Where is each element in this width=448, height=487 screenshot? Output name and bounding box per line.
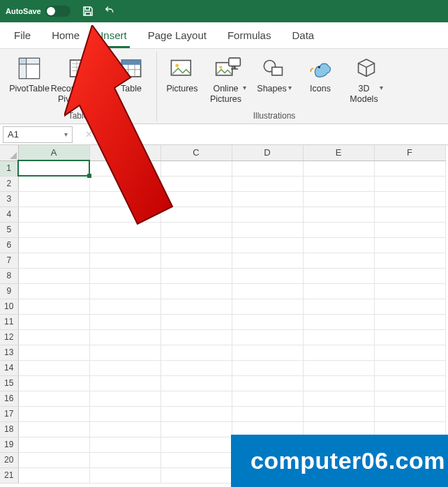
cell[interactable] xyxy=(374,345,445,360)
cell[interactable] xyxy=(160,375,232,391)
row-header[interactable]: 8 xyxy=(0,268,18,283)
cell[interactable] xyxy=(303,283,374,299)
column-header[interactable]: A xyxy=(18,145,89,160)
cell[interactable] xyxy=(232,207,303,222)
cell[interactable] xyxy=(374,391,445,406)
cell[interactable] xyxy=(18,345,89,360)
cell[interactable] xyxy=(232,345,303,360)
cell[interactable] xyxy=(18,253,89,268)
cell[interactable] xyxy=(18,421,89,437)
cell[interactable] xyxy=(374,329,445,345)
cell[interactable] xyxy=(160,329,232,345)
fx-icon[interactable]: fx xyxy=(116,129,124,140)
cell[interactable] xyxy=(232,299,303,314)
cell[interactable] xyxy=(374,375,445,391)
cell[interactable] xyxy=(160,421,232,437)
row-header[interactable]: 20 xyxy=(0,452,18,467)
cell[interactable] xyxy=(18,467,89,483)
cell[interactable] xyxy=(303,299,374,314)
undo-icon[interactable] xyxy=(104,5,115,17)
save-icon[interactable] xyxy=(80,3,96,19)
row-header[interactable]: 12 xyxy=(0,329,18,345)
cancel-icon[interactable]: ✕ xyxy=(85,129,93,140)
cell[interactable] xyxy=(89,222,160,237)
cell[interactable] xyxy=(18,237,89,253)
cell[interactable] xyxy=(232,253,303,268)
cell[interactable] xyxy=(160,452,232,467)
tab-file[interactable]: File xyxy=(11,24,33,48)
cell[interactable] xyxy=(89,452,160,467)
cell[interactable] xyxy=(89,391,160,406)
cell[interactable] xyxy=(89,160,160,176)
cell[interactable] xyxy=(232,406,303,421)
cell[interactable] xyxy=(18,314,89,329)
cell[interactable] xyxy=(303,222,374,237)
cell[interactable] xyxy=(232,329,303,345)
cell[interactable] xyxy=(18,360,89,375)
row-header[interactable]: 11 xyxy=(0,314,18,329)
tab-home[interactable]: Home xyxy=(49,24,82,48)
cell[interactable] xyxy=(89,421,160,437)
row-header[interactable]: 17 xyxy=(0,406,18,421)
cell[interactable] xyxy=(18,299,89,314)
cell[interactable] xyxy=(232,391,303,406)
cell[interactable] xyxy=(160,176,232,191)
cell[interactable] xyxy=(232,283,303,299)
row-header[interactable]: 7 xyxy=(0,253,18,268)
cell[interactable] xyxy=(232,160,303,176)
cell[interactable] xyxy=(374,268,445,283)
cell[interactable] xyxy=(303,268,374,283)
cell[interactable] xyxy=(18,268,89,283)
column-header[interactable]: C xyxy=(160,145,232,160)
cell[interactable] xyxy=(18,329,89,345)
cell[interactable] xyxy=(374,360,445,375)
cell[interactable] xyxy=(160,222,232,237)
cell[interactable] xyxy=(303,237,374,253)
row-header[interactable]: 5 xyxy=(0,222,18,237)
cell[interactable] xyxy=(18,391,89,406)
cell[interactable] xyxy=(374,237,445,253)
tab-page-layout[interactable]: Page Layout xyxy=(145,24,209,48)
recommended-pivottables-button[interactable]: Recommended PivotTables xyxy=(54,53,106,106)
cell[interactable] xyxy=(160,191,232,207)
row-header[interactable]: 18 xyxy=(0,421,18,437)
cell[interactable] xyxy=(89,207,160,222)
cell[interactable] xyxy=(374,283,445,299)
row-header[interactable]: 10 xyxy=(0,299,18,314)
online-pictures-button[interactable]: Online Pictures▾ xyxy=(207,53,249,106)
cell[interactable] xyxy=(303,375,374,391)
cell[interactable] xyxy=(18,176,89,191)
cell[interactable] xyxy=(89,283,160,299)
cell[interactable] xyxy=(89,329,160,345)
cell[interactable] xyxy=(160,268,232,283)
cell[interactable] xyxy=(232,360,303,375)
cell[interactable] xyxy=(303,253,374,268)
cell[interactable] xyxy=(303,160,374,176)
cell[interactable] xyxy=(374,176,445,191)
cell[interactable] xyxy=(303,314,374,329)
spreadsheet-grid[interactable]: A B C D E F 1234567891011121314151617181… xyxy=(0,145,448,484)
column-header[interactable]: F xyxy=(374,145,445,160)
cell[interactable] xyxy=(89,406,160,421)
cell[interactable] xyxy=(160,237,232,253)
column-header[interactable]: E xyxy=(303,145,374,160)
cell[interactable] xyxy=(232,222,303,237)
cell[interactable] xyxy=(89,191,160,207)
row-header[interactable]: 16 xyxy=(0,391,18,406)
enter-icon[interactable]: ✓ xyxy=(97,129,105,140)
row-header[interactable]: 1 xyxy=(0,160,18,176)
cell[interactable] xyxy=(303,191,374,207)
cell[interactable] xyxy=(18,437,89,452)
3d-models-button[interactable]: 3D Models▾ xyxy=(345,53,387,106)
tab-insert[interactable]: Insert xyxy=(98,24,130,48)
cell[interactable] xyxy=(374,406,445,421)
column-header[interactable]: D xyxy=(232,145,303,160)
name-box[interactable]: A1 ▾ xyxy=(3,126,73,143)
icons-button[interactable]: Icons xyxy=(299,53,341,105)
row-header[interactable]: 2 xyxy=(0,176,18,191)
cell[interactable] xyxy=(18,222,89,237)
shapes-button[interactable]: Shapes▾ xyxy=(253,53,295,105)
tab-formulas[interactable]: Formulas xyxy=(225,24,274,48)
cell[interactable] xyxy=(18,406,89,421)
row-header[interactable]: 6 xyxy=(0,237,18,253)
